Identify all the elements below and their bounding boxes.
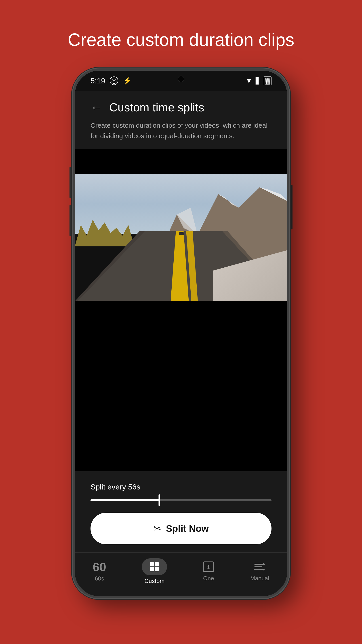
svg-rect-12 [155,562,159,566]
phone-shell: 5:19 ◎ ⚡ ▼ ▋ ▓ [73,68,289,598]
nav-item-one[interactable]: 1 One [203,561,214,582]
slider-track [90,499,272,501]
slider-container[interactable] [90,499,272,501]
nav-item-manual[interactable]: Manual [250,561,269,582]
page-title: Create custom duration clips [50,29,312,50]
split-label: Split every 56s [90,482,272,491]
svg-point-21 [263,569,265,570]
nav-label-custom: Custom [145,578,165,584]
nav-label-manual: Manual [250,575,269,582]
back-button[interactable]: ← [90,102,102,113]
status-bar: 5:19 ◎ ⚡ ▼ ▋ ▓ [75,71,287,91]
app-header: ← Custom time splits Create custom durat… [75,91,287,149]
custom-icon [149,562,160,572]
nav-item-custom[interactable]: Custom [142,558,167,584]
camera-notch [178,76,184,82]
one-icon: 1 [203,561,214,573]
video-thumbnail [75,174,287,301]
svg-text:1: 1 [207,564,210,570]
screen-description: Create custom duration clips of your vid… [90,120,272,141]
bottom-nav: 60 60s Custom [75,552,287,596]
page-background: Create custom duration clips 5:19 ◎ ⚡ [0,0,362,644]
power-button [290,185,293,230]
phone-device: 5:19 ◎ ⚡ ▼ ▋ ▓ [73,68,289,598]
nav-icon-60s: 60 [93,561,106,573]
svg-point-20 [263,563,265,565]
svg-rect-13 [150,567,154,571]
signal-icon: ▋ [256,77,261,84]
slider-thumb[interactable] [158,494,160,506]
tesla-icon: ⚡ [123,76,132,85]
split-now-label: Split Now [166,523,209,534]
status-time: 5:19 [90,76,105,85]
scissors-icon: ✂ [153,523,161,534]
controls-area: Split every 56s ✂ Split Now [75,471,287,552]
manual-icon [254,561,266,573]
video-top-black [75,149,287,174]
video-bottom-black [75,301,287,471]
sync-icon: ◎ [110,76,118,85]
nav-label-one: One [203,575,214,582]
volume-button-2 [69,205,72,236]
svg-rect-11 [150,562,154,566]
volume-button [69,167,72,198]
battery-icon: ▓ [264,76,272,85]
nav-item-60s[interactable]: 60 60s [93,561,106,582]
slider-filled [90,499,159,501]
phone-screen: 5:19 ◎ ⚡ ▼ ▋ ▓ [75,71,287,596]
nav-label-60s: 60s [95,575,104,582]
wifi-icon: ▼ [245,77,253,85]
nav-icon-bg-custom [142,558,167,575]
screen-title: Custom time splits [109,100,204,114]
svg-rect-14 [155,567,159,571]
split-now-button[interactable]: ✂ Split Now [90,513,272,544]
